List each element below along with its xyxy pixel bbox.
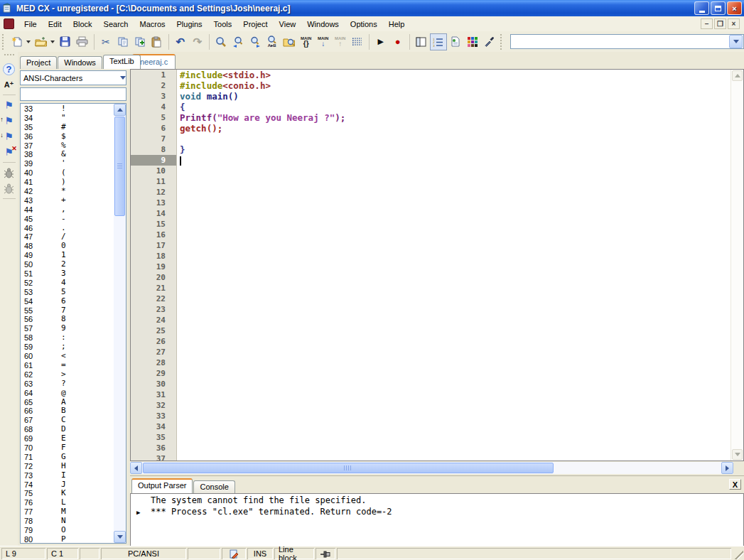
bookmark-down-button[interactable]: ↓⚑ — [1, 129, 17, 144]
menu-edit[interactable]: Edit — [43, 18, 68, 31]
redo-button[interactable]: ↷ — [189, 33, 206, 50]
char-list-item[interactable]: 37% — [21, 141, 114, 151]
code-line[interactable] — [180, 272, 731, 283]
menu-search[interactable]: Search — [98, 18, 134, 31]
undo-button[interactable]: ↶ — [172, 33, 189, 50]
eyedropper-button[interactable] — [481, 33, 498, 50]
char-list-item[interactable]: 73I — [21, 471, 114, 480]
code-line[interactable] — [180, 357, 731, 368]
print-button[interactable] — [74, 33, 91, 50]
find-in-files-button[interactable] — [281, 33, 298, 50]
code-line[interactable] — [180, 294, 731, 304]
menu-project[interactable]: Project — [237, 18, 273, 31]
sidebar-tab-project[interactable]: Project — [20, 56, 57, 69]
char-list-item[interactable]: 568 — [21, 315, 114, 324]
scroll-left-button[interactable] — [130, 462, 142, 474]
code-line[interactable] — [180, 304, 731, 315]
char-list-item[interactable]: 513 — [21, 269, 114, 279]
paste-insert-button[interactable] — [131, 33, 149, 50]
editor-scroll-up-button[interactable] — [732, 70, 743, 81]
char-list-item[interactable]: 41) — [21, 178, 114, 187]
char-list-item[interactable]: 45- — [21, 215, 114, 224]
help-button[interactable]: ? — [1, 61, 17, 77]
char-list-item[interactable]: 60< — [21, 352, 114, 361]
bookmark-flag-button[interactable]: ⚑ — [1, 97, 17, 113]
char-list-item[interactable]: 34" — [21, 114, 114, 123]
editor-body[interactable]: 1234567891011121314151617181920212223242… — [130, 69, 744, 461]
mdi-close-button[interactable]: × — [728, 18, 740, 29]
code-line[interactable] — [180, 389, 731, 400]
char-list-item[interactable]: 43+ — [21, 196, 114, 205]
char-list-item[interactable]: 47/ — [21, 232, 114, 242]
code-line[interactable]: getch(); — [180, 123, 731, 134]
find-previous-button[interactable] — [230, 33, 247, 50]
open-file-button[interactable] — [33, 33, 50, 50]
char-list-item[interactable]: 535 — [21, 288, 114, 297]
char-filter-input[interactable] — [20, 87, 126, 101]
code-line[interactable] — [180, 198, 731, 208]
char-list-item[interactable]: 68D — [21, 425, 114, 434]
editor-vscrollbar[interactable] — [730, 70, 743, 461]
char-list-item[interactable]: 61= — [21, 361, 114, 370]
char-list-item[interactable]: 62> — [21, 370, 114, 379]
char-list-item[interactable]: 80P — [21, 535, 114, 544]
sidebar-tab-textlib[interactable]: TextLib — [103, 55, 141, 69]
char-list-item[interactable]: 70F — [21, 443, 114, 453]
line-numbers-button[interactable]: 1 2 3 — [430, 33, 447, 50]
code-rows[interactable]: #include<stdio.h>#include<conio.h>void m… — [180, 70, 731, 461]
code-line[interactable] — [180, 325, 731, 336]
char-list-item[interactable]: 39' — [21, 159, 114, 168]
char-list-item[interactable]: 67C — [21, 416, 114, 425]
open-file-dropdown[interactable] — [50, 41, 55, 43]
close-button[interactable]: × — [727, 1, 742, 15]
char-list-item[interactable]: 42* — [21, 187, 114, 196]
code-line[interactable] — [180, 336, 731, 347]
code-line[interactable] — [180, 240, 731, 251]
code-line[interactable] — [180, 315, 731, 325]
char-list-item[interactable]: 524 — [21, 279, 114, 288]
scroll-down-button[interactable] — [114, 531, 126, 543]
char-list-item[interactable]: 79O — [21, 526, 114, 535]
code-line[interactable] — [180, 379, 731, 389]
copy-button[interactable] — [114, 33, 131, 50]
toolbar-combobox[interactable] — [510, 34, 744, 49]
menu-options[interactable]: Options — [345, 18, 383, 31]
goto-main-button[interactable]: MAIN {} — [298, 33, 315, 50]
code-line[interactable] — [180, 134, 731, 144]
scroll-up-button[interactable] — [114, 104, 126, 116]
char-list-item[interactable]: 480 — [21, 242, 114, 251]
char-list-item[interactable]: 69E — [21, 434, 114, 443]
code-line[interactable] — [180, 262, 731, 272]
left-toolbar-grip[interactable] — [4, 54, 14, 58]
char-list-item[interactable]: 44, — [21, 205, 114, 215]
char-list-item[interactable]: 502 — [21, 260, 114, 269]
find-next-button[interactable] — [247, 33, 264, 50]
char-list-item[interactable]: 59; — [21, 343, 114, 352]
code-line[interactable] — [180, 368, 731, 379]
char-list-item[interactable]: 36$ — [21, 132, 114, 141]
code-line[interactable] — [180, 176, 731, 187]
code-line[interactable] — [180, 166, 731, 176]
menu-tools[interactable]: Tools — [208, 18, 238, 31]
outline-list-button[interactable] — [349, 33, 366, 50]
char-list-item[interactable]: 38& — [21, 150, 114, 159]
debug-bug-2-button[interactable] — [1, 181, 17, 196]
cut-button[interactable]: ✂ — [97, 33, 114, 50]
mdi-restore-button[interactable]: ❐ — [714, 18, 726, 29]
char-list-item[interactable]: 46. — [21, 224, 114, 233]
color-palette-button[interactable] — [464, 33, 481, 50]
code-line[interactable] — [180, 155, 731, 166]
code-line[interactable]: { — [180, 102, 731, 112]
sidebar-tab-windows[interactable]: Windows — [58, 56, 102, 69]
code-line[interactable]: void main() — [180, 91, 731, 102]
char-list-item[interactable]: 63? — [21, 379, 114, 389]
charset-select[interactable]: ANSI-Characters — [20, 70, 126, 85]
code-line[interactable] — [180, 411, 731, 421]
scroll-thumb[interactable] — [114, 117, 125, 216]
char-list-item[interactable]: 77M — [21, 507, 114, 517]
char-list-item[interactable]: 58: — [21, 333, 114, 343]
toolbar-grip[interactable] — [500, 34, 505, 50]
resize-grip[interactable] — [734, 550, 743, 559]
code-line[interactable]: Printf("How are you Neeraj ?"); — [180, 112, 731, 123]
menu-help[interactable]: Help — [383, 18, 411, 31]
